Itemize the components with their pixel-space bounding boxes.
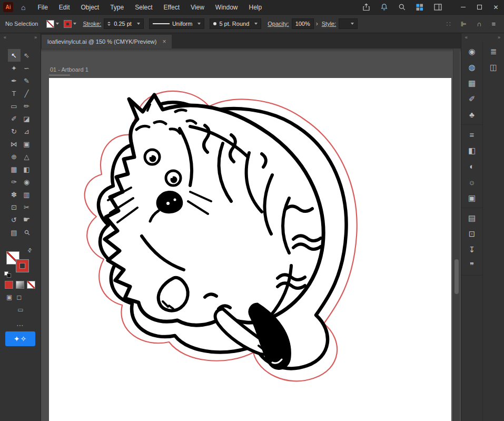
discover-button[interactable]: ✦✧ <box>5 331 35 346</box>
arrange-documents-icon[interactable] <box>433 3 442 12</box>
home-icon[interactable]: ⌂ <box>21 3 25 12</box>
grid-options-icon[interactable]: ∷ <box>446 20 450 28</box>
stroke-swatch[interactable] <box>16 259 29 272</box>
stroke-panel[interactable]: ≡ <box>470 131 475 139</box>
menu-object[interactable]: Object <box>81 4 100 11</box>
stroke-stepper-icon[interactable] <box>107 22 111 26</box>
tool-direct-selection[interactable]: ⇖ <box>21 49 33 62</box>
document-tab[interactable]: loafievinylcut.ai @ 150 % (CMYK/Preview)… <box>42 35 172 48</box>
tab-close-icon[interactable]: × <box>162 38 166 45</box>
shape-options-icon[interactable]: ∩ <box>477 20 481 28</box>
tool-pen[interactable]: ✒ <box>8 74 21 87</box>
control-panel-menu-icon[interactable]: ≡ <box>491 20 496 28</box>
brush-caret-icon[interactable] <box>254 23 258 25</box>
workspace-switcher-icon[interactable] <box>415 3 424 12</box>
properties-panel[interactable]: ≣ <box>490 47 497 55</box>
graphic-styles-panel[interactable]: ▣ <box>468 194 476 202</box>
menu-help[interactable]: Help <box>249 4 262 11</box>
style-label[interactable]: Style: <box>322 21 337 27</box>
menu-edit[interactable]: Edit <box>59 4 70 11</box>
tool-curvature[interactable]: ✎ <box>21 74 33 87</box>
tool-rectangle[interactable]: ▭ <box>8 100 21 112</box>
expand-dock-icon[interactable]: » <box>34 35 37 40</box>
tool-paintbrush[interactable]: ✏ <box>21 100 33 112</box>
color-guide-panel[interactable]: ◍ <box>468 63 475 71</box>
stroke-color-swatch[interactable] <box>64 20 72 28</box>
layers-panel[interactable]: ▤ <box>468 214 476 222</box>
minimize-button[interactable] <box>455 0 471 14</box>
collapse-panels-icon[interactable]: « <box>465 35 468 40</box>
comments-panel[interactable]: ❞ <box>470 261 474 269</box>
close-button[interactable]: ✕ <box>488 0 504 14</box>
tool-artboard[interactable]: ⊡ <box>8 201 21 213</box>
menu-view[interactable]: View <box>191 4 204 11</box>
artboard[interactable] <box>49 78 451 421</box>
stroke-weight-label[interactable]: Stroke: <box>83 21 101 27</box>
opacity-input[interactable]: 100% <box>292 18 314 29</box>
align-options-icon[interactable]: ⊫ <box>461 20 467 28</box>
share-icon[interactable] <box>361 3 371 12</box>
apply-color-button[interactable] <box>5 281 13 289</box>
appearance-panel[interactable]: ☼ <box>468 178 476 186</box>
stroke-weight-input[interactable]: 0.25 pt <box>104 18 144 29</box>
tool-free-transform[interactable]: ▣ <box>21 138 33 150</box>
tool-width[interactable]: ⋈ <box>8 138 21 150</box>
asset-export-panel[interactable]: ↧ <box>469 246 476 253</box>
cat-sticker-artwork[interactable] <box>49 78 451 421</box>
symbols-panel[interactable]: ♣ <box>469 111 475 119</box>
vertical-scrollbar[interactable] <box>453 48 460 421</box>
tool-eraser[interactable]: ◪ <box>21 112 33 125</box>
screen-mode-icon[interactable]: ▭ <box>0 306 41 314</box>
menu-file[interactable]: File <box>37 4 47 11</box>
apply-gradient-button[interactable] <box>16 281 24 289</box>
tool-gradient[interactable]: ◧ <box>21 163 33 175</box>
tool-type[interactable]: T <box>8 87 21 100</box>
menu-select[interactable]: Select <box>135 4 152 11</box>
tool-selection[interactable]: ↖ <box>8 49 21 62</box>
tool-line-segment[interactable]: ╱ <box>21 87 33 100</box>
brush-dropdown[interactable]: 5 pt. Round <box>210 18 261 29</box>
libraries-panel[interactable]: ◫ <box>490 63 497 71</box>
notifications-icon[interactable] <box>379 3 389 12</box>
tool-mesh[interactable]: ▦ <box>8 163 21 175</box>
tool-lasso[interactable]: ∽ <box>21 62 33 74</box>
opacity-flyout-icon[interactable]: › <box>316 20 318 27</box>
collapse-dock-icon[interactable]: « <box>4 35 6 40</box>
tool-shaper[interactable]: ✐ <box>8 112 21 125</box>
expand-panels-icon[interactable]: » <box>498 35 500 40</box>
tool-perspective-grid[interactable]: △ <box>21 150 33 163</box>
edit-toolbar-icon[interactable]: ⋯ <box>0 321 41 329</box>
stroke-weight-caret-icon[interactable] <box>137 23 140 25</box>
style-caret-icon[interactable] <box>351 23 354 25</box>
maximize-button[interactable] <box>471 0 488 14</box>
menu-type[interactable]: Type <box>110 4 124 11</box>
artboards-panel[interactable]: ⊡ <box>469 230 476 238</box>
draw-behind-icon[interactable]: ◻ <box>16 293 22 301</box>
default-fill-stroke-icon[interactable] <box>4 271 12 278</box>
swatches-panel[interactable]: ▦ <box>468 79 476 87</box>
draw-normal-icon[interactable]: ▣ <box>6 293 12 301</box>
canvas[interactable]: 01 - Artboard 1 <box>41 48 461 421</box>
tool-slice[interactable]: ✂ <box>21 201 33 213</box>
opacity-label[interactable]: Opacity: <box>268 21 289 27</box>
tool-magic-wand[interactable]: ✦ <box>8 62 21 74</box>
search-icon[interactable] <box>397 3 407 12</box>
tool-rotate[interactable]: ↻ <box>8 125 21 138</box>
width-profile-dropdown[interactable]: Uniform <box>149 18 205 29</box>
brushes-panel[interactable]: ✐ <box>469 95 476 103</box>
stroke-caret-icon[interactable] <box>73 23 76 25</box>
fill-color-swatch[interactable] <box>46 20 54 28</box>
menu-effect[interactable]: Effect <box>164 4 180 11</box>
gradient-panel[interactable]: ◧ <box>468 146 476 154</box>
tool-column-graph[interactable]: ▥ <box>21 188 33 201</box>
tool-zoom[interactable]: ⚲ <box>18 223 36 241</box>
tool-symbol-sprayer[interactable]: ✽ <box>8 188 21 201</box>
transparency-panel[interactable]: ◐ <box>469 162 474 170</box>
apply-none-button[interactable] <box>27 281 35 289</box>
tool-blend[interactable]: ◉ <box>21 175 33 188</box>
style-dropdown[interactable] <box>339 18 358 29</box>
tool-scale[interactable]: ⊿ <box>21 125 33 138</box>
tool-eyedropper[interactable]: ✑ <box>8 175 21 188</box>
tool-shape-builder[interactable]: ⊕ <box>8 150 21 163</box>
menu-window[interactable]: Window <box>215 4 238 11</box>
